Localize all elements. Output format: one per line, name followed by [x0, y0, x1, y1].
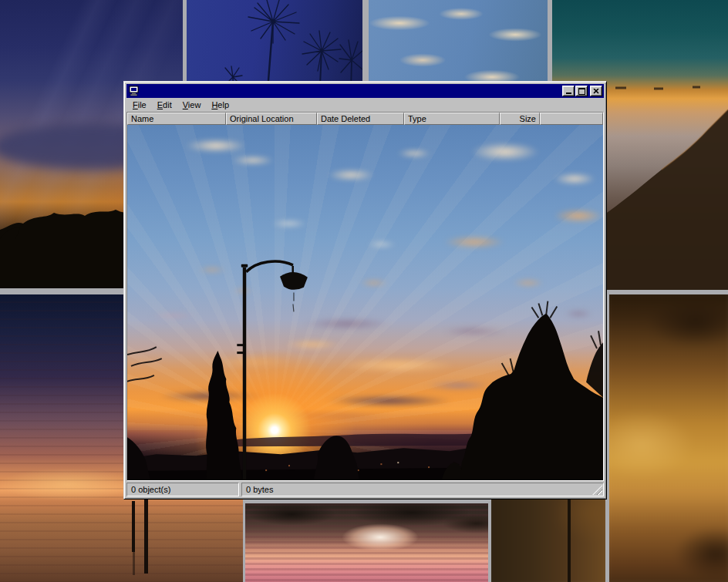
status-total-size: 0 bytes	[241, 483, 604, 496]
lamp-pole-silhouette	[568, 498, 571, 582]
menu-help[interactable]: Help	[206, 99, 234, 112]
column-header-blank[interactable]	[540, 113, 603, 125]
wallpaper-photo-water-reflection	[245, 503, 488, 582]
menu-file[interactable]: File	[127, 99, 152, 112]
close-button[interactable]	[590, 86, 602, 96]
column-header-type[interactable]: Type	[404, 113, 500, 125]
water-pole-silhouette	[144, 500, 148, 574]
recycle-bin-window: File Edit View Help Name Original Locati…	[123, 81, 607, 500]
list-background-sunset-photo	[127, 125, 603, 480]
status-bar: 0 object(s) 0 bytes	[126, 483, 604, 496]
minimize-icon	[566, 93, 571, 94]
wallpaper-photo-golden-blur-bright	[609, 294, 728, 582]
close-icon	[593, 89, 599, 94]
silhouettes-layer	[127, 125, 603, 480]
maximize-button[interactable]	[575, 86, 588, 96]
water-pole-silhouette	[132, 501, 135, 552]
file-list-view[interactable]: Name Original Location Date Deleted Type…	[126, 112, 604, 481]
column-header-date-deleted[interactable]: Date Deleted	[317, 113, 404, 125]
maximize-icon	[578, 88, 585, 95]
column-header-row: Name Original Location Date Deleted Type…	[127, 113, 603, 125]
blur-layer	[609, 294, 728, 582]
minimize-button[interactable]	[562, 86, 575, 96]
desktop: File Edit View Help Name Original Locati…	[0, 0, 728, 582]
menu-bar: File Edit View Help	[126, 98, 604, 112]
status-object-count: 0 object(s)	[126, 483, 239, 496]
column-header-original-location[interactable]: Original Location	[226, 113, 317, 125]
titlebar[interactable]	[126, 84, 604, 98]
column-header-name[interactable]: Name	[127, 113, 226, 125]
menu-view[interactable]: View	[177, 99, 207, 112]
pole-reflection	[133, 552, 135, 575]
column-header-size[interactable]: Size	[500, 113, 540, 125]
computer-icon	[129, 86, 140, 96]
menu-edit[interactable]: Edit	[152, 99, 177, 112]
